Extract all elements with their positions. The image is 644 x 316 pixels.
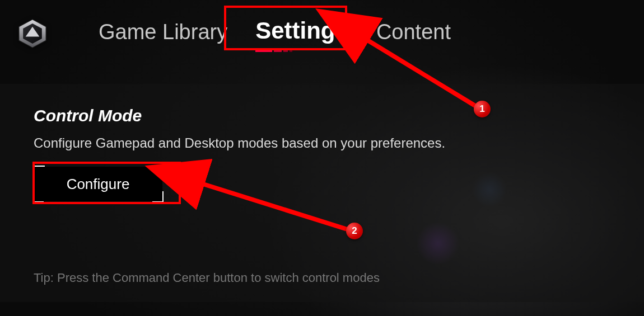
nav-tabs: Game Library Settings Content — [76, 17, 451, 50]
top-header: Game Library Settings Content — [0, 0, 644, 67]
tab-game-library[interactable]: Game Library — [99, 20, 227, 50]
settings-panel-control-mode: Control Mode Configure Gamepad and Deskt… — [0, 84, 644, 302]
configure-button-label: Configure — [67, 176, 130, 193]
active-tab-underline — [255, 49, 295, 52]
section-description: Configure Gamepad and Desktop modes base… — [34, 135, 610, 151]
configure-button[interactable]: Configure — [34, 167, 162, 201]
section-title: Control Mode — [34, 106, 610, 125]
tip-text: Tip: Press the Command Center button to … — [34, 271, 380, 285]
tab-settings[interactable]: Settings — [255, 17, 348, 50]
tab-content[interactable]: Content — [376, 20, 451, 50]
app-logo-icon — [17, 18, 48, 49]
tab-settings-label: Settings — [255, 17, 348, 44]
